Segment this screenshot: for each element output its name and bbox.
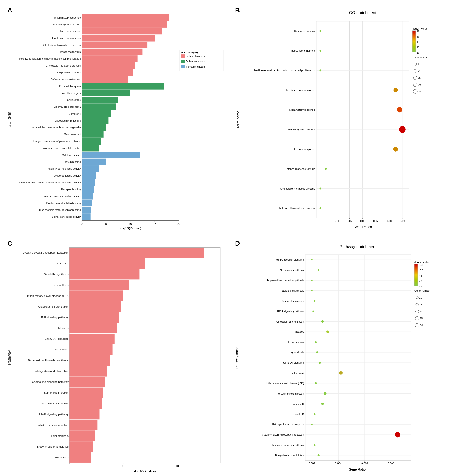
svg-rect-46 — [82, 165, 99, 172]
svg-point-104 — [397, 107, 402, 112]
svg-rect-38 — [82, 138, 101, 144]
svg-point-92 — [320, 30, 321, 32]
svg-rect-155 — [69, 258, 145, 269]
svg-text:TNF signaling pathway: TNF signaling pathway — [279, 269, 304, 272]
svg-point-237 — [316, 351, 318, 353]
svg-rect-54 — [82, 193, 93, 199]
svg-text:TNF signaling pathway: TNF signaling pathway — [41, 316, 68, 319]
svg-text:25: 25 — [420, 317, 423, 320]
svg-text:Immune system process: Immune system process — [287, 128, 315, 131]
svg-text:Extracellular region: Extracellular region — [59, 92, 81, 94]
svg-text:0.07: 0.07 — [373, 220, 378, 222]
panel-a-label: A — [8, 7, 12, 14]
svg-text:35: 35 — [418, 90, 421, 93]
svg-text:0.004: 0.004 — [335, 462, 341, 465]
svg-text:PPAR signaling pathway: PPAR signaling pathway — [38, 413, 68, 416]
panel-c-label: C — [8, 240, 12, 247]
svg-text:20: 20 — [418, 70, 421, 72]
svg-text:30: 30 — [418, 84, 421, 86]
svg-rect-24 — [82, 90, 130, 96]
svg-point-258 — [311, 424, 313, 425]
svg-point-107 — [399, 126, 406, 133]
svg-rect-6 — [82, 28, 162, 34]
svg-text:External side of plasma: External side of plasma — [54, 105, 81, 108]
svg-text:Osteoclast differentiation: Osteoclast differentiation — [276, 320, 304, 323]
svg-text:0.05: 0.05 — [347, 220, 352, 222]
svg-point-255 — [314, 413, 315, 415]
svg-text:10: 10 — [175, 465, 179, 468]
chart-a-svg: GO_termInflammatory responseImmune syste… — [7, 7, 228, 232]
svg-point-249 — [324, 392, 326, 395]
svg-rect-52 — [82, 186, 94, 193]
svg-rect-179 — [69, 388, 103, 398]
svg-text:30: 30 — [420, 324, 423, 327]
svg-rect-8 — [82, 35, 155, 41]
svg-point-110 — [393, 147, 398, 152]
svg-text:0.008: 0.008 — [388, 462, 394, 465]
svg-text:Influenza A: Influenza A — [292, 372, 304, 374]
svg-text:Cholesterol biosynthetic proce: Cholesterol biosynthetic process — [43, 44, 81, 46]
svg-text:Extracellular space: Extracellular space — [59, 85, 81, 88]
svg-rect-157 — [69, 269, 139, 279]
svg-rect-177 — [69, 377, 105, 387]
svg-text:Measles: Measles — [58, 327, 68, 330]
svg-text:20: 20 — [420, 310, 423, 313]
svg-text:Toll-like receptor signaling: Toll-like receptor signaling — [37, 424, 68, 426]
svg-text:15: 15 — [153, 222, 156, 225]
svg-text:0.09: 0.09 — [400, 220, 405, 222]
svg-point-234 — [315, 341, 317, 343]
svg-text:Protein tyrosine kinase activi: Protein tyrosine kinase activity — [46, 167, 81, 170]
svg-point-243 — [339, 371, 342, 375]
page: A GO_termInflammatory responseImmune sys… — [0, 0, 461, 476]
svg-text:5: 5 — [122, 465, 124, 468]
svg-rect-171 — [69, 344, 113, 355]
svg-text:Terpenoid backbone biosynthesi: Terpenoid backbone biosynthesis — [28, 359, 68, 362]
svg-text:GO_term: GO_term — [7, 112, 11, 128]
svg-text:20: 20 — [177, 222, 181, 225]
svg-point-141 — [414, 63, 417, 66]
svg-point-147 — [413, 83, 417, 86]
svg-rect-189 — [69, 441, 93, 452]
svg-text:0: 0 — [69, 465, 70, 468]
panel-c: C PathwayCytokine-cytokine receptor inte… — [5, 238, 230, 476]
svg-point-113 — [325, 168, 327, 170]
svg-text:0.04: 0.04 — [334, 220, 339, 222]
svg-rect-20 — [82, 76, 128, 83]
svg-text:Pathway enrichment: Pathway enrichment — [340, 244, 376, 249]
svg-rect-175 — [69, 366, 107, 376]
svg-text:Biological process: Biological process — [186, 55, 205, 58]
svg-rect-169 — [69, 334, 115, 344]
svg-rect-153 — [69, 247, 204, 258]
svg-text:Response to virus: Response to virus — [294, 30, 315, 33]
svg-rect-60 — [82, 213, 90, 220]
svg-text:Transmembrane receptor protein: Transmembrane receptor protein tyrosine … — [16, 181, 81, 184]
panel-b-label: B — [235, 7, 240, 14]
svg-text:7.5: 7.5 — [418, 274, 422, 277]
svg-text:Pathway name: Pathway name — [235, 347, 239, 369]
svg-rect-32 — [82, 117, 108, 124]
svg-rect-173 — [69, 355, 110, 366]
svg-text:Cytokine-cytokine receptor int: Cytokine-cytokine receptor interaction — [23, 251, 68, 254]
svg-rect-278 — [414, 264, 418, 286]
svg-text:Cell surface: Cell surface — [67, 99, 81, 101]
svg-text:Immune response: Immune response — [294, 148, 315, 151]
svg-rect-202 — [306, 255, 411, 460]
svg-text:-log10(Pvalue): -log10(Pvalue) — [120, 226, 141, 230]
svg-text:Legionellosis: Legionellosis — [52, 283, 68, 286]
svg-point-287 — [416, 303, 418, 306]
svg-text:Protein binding: Protein binding — [63, 161, 81, 163]
svg-text:Defense response to virus: Defense response to virus — [285, 168, 315, 170]
svg-rect-48 — [82, 172, 96, 179]
svg-rect-185 — [69, 420, 97, 430]
svg-text:5.0: 5.0 — [418, 280, 422, 282]
svg-text:Chemokine signaling pathway: Chemokine signaling pathway — [32, 380, 68, 383]
svg-text:Membrane raft: Membrane raft — [64, 133, 81, 136]
svg-text:Positive regulation of smooth : Positive regulation of smooth muscle cel… — [19, 57, 81, 60]
svg-text:Cytokine-cytokine receptor int: Cytokine-cytokine receptor interaction — [262, 433, 304, 436]
svg-text:Integral component of plasma m: Integral component of plasma membrane — [33, 140, 81, 143]
svg-point-231 — [326, 330, 329, 333]
svg-text:Legionellosis: Legionellosis — [290, 351, 304, 354]
svg-text:0.08: 0.08 — [387, 220, 392, 222]
svg-rect-4 — [82, 21, 167, 28]
svg-text:10.0: 10.0 — [418, 269, 423, 272]
